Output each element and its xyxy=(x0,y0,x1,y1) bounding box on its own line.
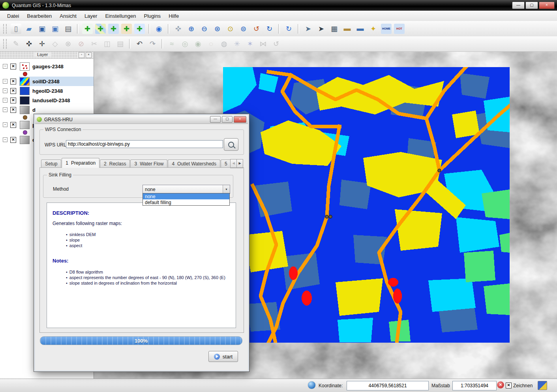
coordinate-display-input[interactable] xyxy=(347,381,429,390)
layer-name[interactable]: hgeoID-2348 xyxy=(32,88,63,94)
toolbar-drag-handle[interactable] xyxy=(3,39,7,49)
add-wms-layer-icon[interactable]: ✚ xyxy=(134,24,145,34)
menu-einstellungen[interactable]: Einstellungen xyxy=(101,11,140,21)
hru-hot-icon[interactable]: HOT xyxy=(394,24,405,34)
select-features-icon[interactable]: ➤ xyxy=(316,24,326,34)
tab-scroll-right-icon[interactable]: ▶ xyxy=(236,159,243,168)
tab-reclass[interactable]: 2 Reclass xyxy=(100,159,130,168)
tree-expander-icon[interactable]: − xyxy=(3,122,8,127)
identify-features-icon[interactable]: ➤ xyxy=(303,24,313,34)
save-as-icon[interactable]: ▣ xyxy=(50,24,60,34)
start-button[interactable]: start xyxy=(208,351,238,362)
menu-ansicht[interactable]: Ansicht xyxy=(56,11,81,21)
file-new-icon[interactable]: ▯ xyxy=(11,24,21,34)
layer-visibility-checkbox[interactable]: ✕ xyxy=(10,137,16,143)
tree-expander-icon[interactable]: − xyxy=(3,88,8,93)
menu-bearbeiten[interactable]: Bearbeiten xyxy=(23,11,56,21)
split-features-icon[interactable]: ✶ xyxy=(245,39,255,49)
maximize-button[interactable]: ▢ xyxy=(525,2,538,9)
layer-name[interactable]: landuseID-2348 xyxy=(32,98,70,103)
copy-features-icon[interactable]: ◫ xyxy=(102,39,113,49)
paste-features-icon[interactable]: ▤ xyxy=(115,39,126,49)
add-part-icon[interactable]: ◉ xyxy=(193,39,203,49)
method-combobox[interactable]: none ▼ xyxy=(143,185,230,194)
map-tips-icon[interactable]: ✦ xyxy=(368,24,379,34)
delete-part-icon[interactable]: ◍ xyxy=(219,39,229,49)
node-tool-icon[interactable]: ◇ xyxy=(50,39,60,49)
folder-open-icon[interactable]: ▰ xyxy=(24,24,34,34)
window-titlebar[interactable]: Quantum GIS - 1.3.0-Mimas — ▢ × xyxy=(0,0,557,11)
menu-datei[interactable]: Datei xyxy=(3,11,23,21)
zoom-full-extent-icon[interactable]: ⊛ xyxy=(212,24,223,34)
home-extent-icon[interactable]: HOME xyxy=(381,24,392,34)
editing-disabled-icon[interactable]: ⊘ xyxy=(76,39,86,49)
tab-preparation[interactable]: 1 Preparation xyxy=(62,158,99,168)
wps-connect-button[interactable] xyxy=(224,138,238,151)
reshape-features-icon[interactable]: ✳ xyxy=(232,39,242,49)
zoom-to-selection-icon[interactable]: ⊙ xyxy=(225,24,236,34)
menu-layer[interactable]: Layer xyxy=(81,11,101,21)
delete-selected-icon[interactable]: ⊗ xyxy=(63,39,73,49)
zoom-out-icon[interactable]: ⊖ xyxy=(199,24,210,34)
layer-name[interactable]: soilID-2348 xyxy=(32,79,60,84)
option-none[interactable]: none xyxy=(143,193,229,199)
tree-expander-icon[interactable]: − xyxy=(3,107,8,112)
layer-row-landuseid[interactable]: − ✕ landuseID-2348 xyxy=(0,96,94,105)
capture-point-icon[interactable]: ✛ xyxy=(37,39,47,49)
crs-status-icon[interactable] xyxy=(538,381,547,390)
tree-expander-icon[interactable]: − xyxy=(3,98,8,103)
add-spatialite-layer-icon[interactable]: ✚ xyxy=(121,24,132,34)
layer-row-gauges[interactable]: − ✕ gauges-2348 xyxy=(0,62,94,71)
zoom-next-icon[interactable]: ↻ xyxy=(264,24,275,34)
layer-visibility-checkbox[interactable]: ✕ xyxy=(10,88,16,94)
zoom-to-layer-icon[interactable]: ⊚ xyxy=(238,24,249,34)
layer-name[interactable]: gauges-2348 xyxy=(32,64,64,69)
tab-setup[interactable]: Setup xyxy=(41,159,61,168)
move-feature-icon[interactable]: ✜ xyxy=(24,39,34,49)
panel-close-icon[interactable]: × xyxy=(86,52,92,58)
render-checkbox[interactable]: ✕ xyxy=(506,383,512,388)
redo-icon[interactable]: ↷ xyxy=(147,39,158,49)
tab-water-flow[interactable]: 3 Water Flow xyxy=(130,159,167,168)
undo-icon[interactable]: ↶ xyxy=(134,39,145,49)
wps-url-input[interactable] xyxy=(66,140,223,148)
add-ring-icon[interactable]: ◎ xyxy=(180,39,190,49)
delete-ring-icon[interactable]: ◌ xyxy=(206,39,216,49)
add-vector-layer-icon[interactable]: ✚ xyxy=(82,24,93,34)
coordinate-capture-icon[interactable] xyxy=(308,381,315,389)
refresh-map-icon[interactable]: ↻ xyxy=(283,24,294,34)
menu-hilfe[interactable]: Hilfe xyxy=(165,11,183,21)
dialog-maximize-button[interactable]: ▢ xyxy=(222,116,233,123)
zoom-in-icon[interactable]: ⊕ xyxy=(186,24,197,34)
save-icon[interactable]: ▣ xyxy=(37,24,47,34)
tab-scroll-left-icon[interactable]: ◀ xyxy=(230,159,237,168)
stop-render-icon[interactable]: ✕ xyxy=(497,381,504,388)
simplify-feature-icon[interactable]: ≈ xyxy=(167,39,177,49)
layer-row-hgeoid[interactable]: − ✕ hgeoID-2348 xyxy=(0,86,94,96)
print-icon[interactable]: ▤ xyxy=(63,24,73,34)
dialog-titlebar[interactable]: GRASS-HRU — ▢ × xyxy=(35,115,248,124)
zoom-last-icon[interactable]: ↺ xyxy=(251,24,262,34)
cut-features-icon[interactable]: ✂ xyxy=(89,39,99,49)
layer-visibility-checkbox[interactable]: ✕ xyxy=(10,64,16,69)
add-postgis-layer-icon[interactable]: ✚ xyxy=(108,24,119,34)
merge-features-icon[interactable]: ⋈ xyxy=(258,39,268,49)
close-button[interactable]: × xyxy=(539,2,555,9)
measure-line-icon[interactable]: ▬ xyxy=(342,24,353,34)
tree-expander-icon[interactable]: − xyxy=(3,64,8,69)
minimize-button[interactable]: — xyxy=(512,2,525,9)
chevron-down-icon[interactable]: ▼ xyxy=(223,185,230,193)
dialog-minimize-button[interactable]: — xyxy=(210,116,221,123)
layer-row-soilid[interactable]: − ✕ soilID-2348 xyxy=(0,77,94,86)
layer-row-d1[interactable]: − ✕ d xyxy=(0,105,94,114)
pan-map-icon[interactable]: ✜ xyxy=(173,24,184,34)
tab-outlet-watersheds[interactable]: 4 Outlet Watersheds xyxy=(168,159,220,168)
panel-float-icon[interactable]: ▫ xyxy=(79,52,84,58)
tree-expander-icon[interactable]: − xyxy=(3,137,8,142)
layer-visibility-checkbox[interactable]: ✕ xyxy=(10,122,16,128)
layer-name[interactable]: d xyxy=(32,107,36,113)
layer-visibility-checkbox[interactable]: ✕ xyxy=(10,98,16,103)
layer-visibility-checkbox[interactable]: ✕ xyxy=(10,79,16,84)
toggle-editing-icon[interactable]: ✎ xyxy=(11,39,21,49)
option-default-filling[interactable]: default filling xyxy=(143,199,229,205)
